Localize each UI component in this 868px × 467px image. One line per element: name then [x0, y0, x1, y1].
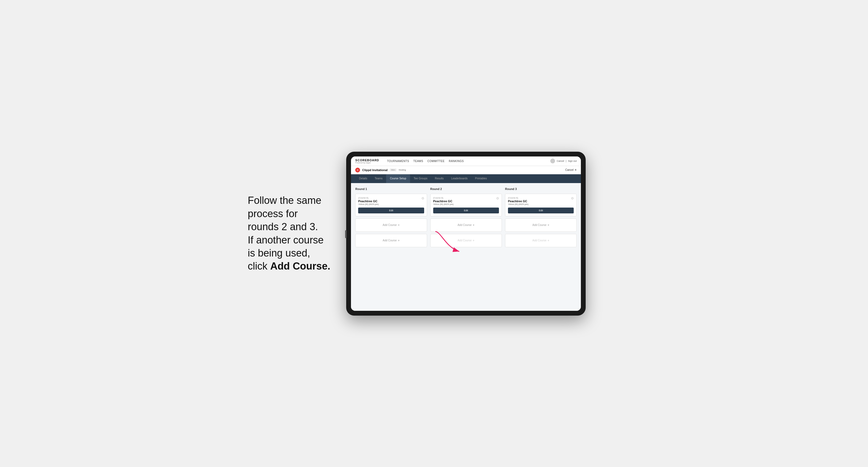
sub-header: C Clippd Invitational Men Hosting Cancel… — [351, 166, 581, 174]
round-3-course-details: Yellow (M) (6629 yds) — [508, 203, 571, 206]
round-2-add-course-text-2: Add Course + — [457, 239, 474, 242]
add-course-label-r1-1: Add Course — [383, 223, 397, 226]
nav-tournaments[interactable]: TOURNAMENTS — [387, 160, 409, 163]
round-3-add-course-text-2: Add Course + — [532, 239, 550, 242]
cancel-label: Cancel — [565, 168, 574, 172]
tournament-badge: Men — [390, 168, 397, 172]
tab-teams[interactable]: Teams — [371, 174, 386, 183]
instruction-line3: rounds 2 and 3. — [248, 221, 318, 232]
round-3-add-course-text-1: Add Course + — [532, 223, 550, 227]
round-2-title: Round 2 — [430, 187, 502, 190]
powered-by: Powered by clippd — [355, 162, 379, 164]
top-nav: SCOREBOARD Powered by clippd TOURNAMENTS… — [351, 156, 581, 166]
round-1-course-card: (Course A) Peachtree GC Yellow (M) (6629… — [355, 194, 427, 216]
add-course-label-r2-2: Add Course — [457, 239, 471, 242]
sign-out-link[interactable]: Sign out — [568, 160, 577, 162]
round-1-add-course-2[interactable]: Add Course + — [355, 234, 427, 247]
round-2-remove-button[interactable]: ⊙ — [496, 197, 499, 200]
rounds-grid: Round 1 (Course A) Peachtree GC Yellow (… — [355, 187, 577, 247]
instruction-text: Follow the same process for rounds 2 and… — [248, 194, 330, 273]
page-wrapper: Follow the same process for rounds 2 and… — [248, 152, 620, 316]
user-email: Cancel — [557, 160, 564, 162]
round-3-column: Round 3 (Course A) Peachtree GC Yellow (… — [505, 187, 577, 247]
tab-leaderboards[interactable]: Leaderboards — [447, 174, 471, 183]
add-course-label-r1-2: Add Course — [383, 239, 397, 242]
add-course-plus-r1-2: + — [398, 239, 400, 242]
round-1-course-name: Peachtree GC — [358, 199, 421, 203]
nav-links: TOURNAMENTS TEAMS COMMITTEE RANKINGS — [387, 160, 545, 163]
tournament-info: C Clippd Invitational Men Hosting — [355, 168, 406, 173]
tournament-name: Clippd Invitational — [362, 168, 388, 172]
round-2-course-details: Yellow (M) (6629 yds) — [433, 203, 496, 206]
round-3-course-label: (Course A) — [508, 197, 571, 199]
round-3-card-info: (Course A) Peachtree GC Yellow (M) (6629… — [508, 197, 571, 208]
round-1-add-course-text-1: Add Course + — [383, 223, 400, 227]
round-3-course-card: (Course A) Peachtree GC Yellow (M) (6629… — [505, 194, 577, 216]
nav-committee[interactable]: COMMITTEE — [427, 160, 445, 163]
add-course-plus-r2-1: + — [473, 223, 474, 227]
cancel-button[interactable]: Cancel ✕ — [565, 168, 577, 172]
instruction-line1: Follow the same — [248, 195, 321, 206]
round-2-card-info: (Course A) Peachtree GC Yellow (M) (6629… — [433, 197, 496, 208]
round-2-course-label: (Course A) — [433, 197, 496, 199]
round-2-card-header: (Course A) Peachtree GC Yellow (M) (6629… — [433, 197, 499, 208]
tab-tee-groups[interactable]: Tee Groups — [410, 174, 431, 183]
round-1-add-course-1[interactable]: Add Course + — [355, 218, 427, 232]
tablet-inner: SCOREBOARD Powered by clippd TOURNAMENTS… — [351, 156, 581, 311]
round-2-add-course-text-1: Add Course + — [457, 223, 474, 227]
round-2-add-course-2: Add Course + — [430, 234, 502, 247]
add-course-label-r3-2: Add Course — [532, 239, 547, 242]
round-1-remove-button[interactable]: ⊙ — [422, 197, 424, 200]
instruction-line4: If another course — [248, 235, 323, 246]
round-3-card-header: (Course A) Peachtree GC Yellow (M) (6629… — [508, 197, 574, 208]
instruction-bold: Add Course. — [270, 260, 330, 272]
main-content: Round 1 (Course A) Peachtree GC Yellow (… — [351, 183, 581, 311]
round-1-add-course-text-2: Add Course + — [383, 239, 400, 242]
nav-teams[interactable]: TEAMS — [413, 160, 423, 163]
add-course-plus-r1-1: + — [398, 223, 400, 227]
round-1-edit-button[interactable]: Edit — [358, 208, 424, 213]
nav-right: Cancel | Sign out — [550, 159, 577, 163]
round-1-title: Round 1 — [355, 187, 427, 190]
instruction-line2: process for — [248, 208, 298, 219]
round-1-course-details: Yellow (M) (6629 yds) — [358, 203, 421, 206]
add-course-plus-r3-1: + — [548, 223, 550, 227]
round-1-card-header: (Course A) Peachtree GC Yellow (M) (6629… — [358, 197, 424, 208]
logo-area: SCOREBOARD Powered by clippd — [355, 159, 379, 164]
tab-printables[interactable]: Printables — [471, 174, 490, 183]
round-1-course-label: (Course A) — [358, 197, 421, 199]
round-3-add-course-2: Add Course + — [505, 234, 577, 247]
round-3-title: Round 3 — [505, 187, 577, 190]
round-3-remove-button[interactable]: ⊙ — [571, 197, 574, 200]
nav-rankings[interactable]: RANKINGS — [449, 160, 464, 163]
nav-separator: | — [566, 160, 566, 162]
instruction-line6: click — [248, 260, 270, 272]
round-1-card-info: (Course A) Peachtree GC Yellow (M) (6629… — [358, 197, 421, 208]
round-2-course-card: (Course A) Peachtree GC Yellow (M) (6629… — [430, 194, 502, 216]
add-course-label-r3-1: Add Course — [532, 223, 547, 226]
scoreboard-logo: SCOREBOARD — [355, 159, 379, 162]
user-avatar — [550, 159, 555, 163]
tab-course-setup[interactable]: Course Setup — [386, 174, 410, 183]
round-3-add-course-1[interactable]: Add Course + — [505, 218, 577, 232]
add-course-plus-r2-2: + — [473, 239, 474, 242]
clippd-logo-icon: C — [355, 168, 360, 173]
round-2-add-course-1[interactable]: Add Course + — [430, 218, 502, 232]
tab-details[interactable]: Details — [355, 174, 371, 183]
round-2-edit-button[interactable]: Edit — [433, 208, 499, 213]
add-course-label-r2-1: Add Course — [457, 223, 471, 226]
round-3-course-name: Peachtree GC — [508, 199, 571, 203]
round-3-edit-button[interactable]: Edit — [508, 208, 574, 213]
tab-results[interactable]: Results — [431, 174, 447, 183]
cancel-icon: ✕ — [575, 168, 577, 172]
instruction-line5: is being used, — [248, 247, 310, 259]
add-course-plus-r3-2: + — [548, 239, 550, 242]
round-1-column: Round 1 (Course A) Peachtree GC Yellow (… — [355, 187, 427, 247]
hosting-badge: Hosting — [399, 169, 406, 171]
tabs-bar: Details Teams Course Setup Tee Groups Re… — [351, 174, 581, 183]
round-2-column: Round 2 (Course A) Peachtree GC Yellow (… — [430, 187, 502, 247]
round-2-course-name: Peachtree GC — [433, 199, 496, 203]
tablet-frame: SCOREBOARD Powered by clippd TOURNAMENTS… — [346, 152, 586, 316]
